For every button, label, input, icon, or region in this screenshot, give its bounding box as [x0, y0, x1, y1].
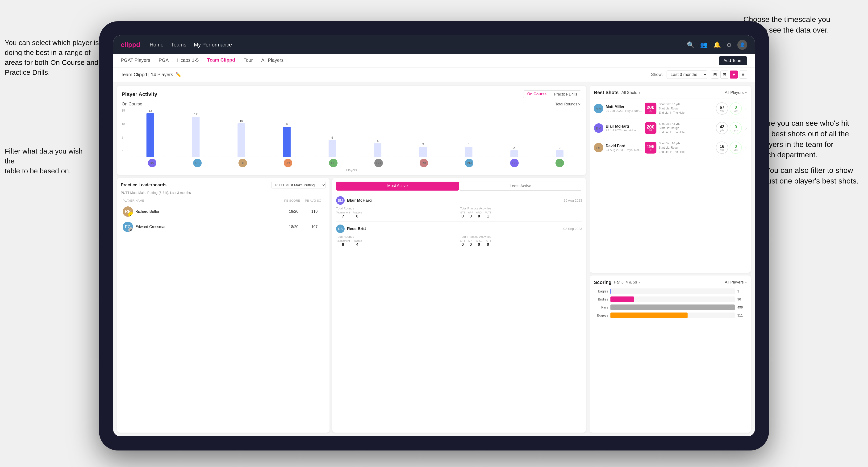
players-filter[interactable]: All Players ▾ — [725, 90, 747, 95]
top-nav: clippd Home Teams My Performance 🔍 👥 🔔 ⊕… — [113, 35, 755, 54]
header-pb-avg: PB AVG SQ — [305, 199, 324, 203]
scoring-header: Scoring Par 3, 4 & 5s ▾ All Players ▾ — [594, 280, 747, 285]
nav-links: Home Teams My Performance — [150, 42, 687, 48]
avatar-rbritt: RB — [176, 159, 219, 167]
practice-activities-section-2: Total Practice Activities GTT 0 APP — [460, 235, 582, 247]
sub-nav-pgat[interactable]: PGAT Players — [121, 58, 150, 64]
shot-row-1[interactable]: MM Matt Miller 09 Jun 2023 · Royal North… — [594, 99, 747, 118]
show-select[interactable]: Last 3 months Last month Last 6 months L… — [666, 70, 707, 79]
view-icons: ⊞ ⊟ ♥ ≡ — [711, 70, 747, 79]
app-1: APP 0 — [468, 211, 473, 219]
active-player-2-stats: Total Rounds Tournament 8 Practice — [336, 235, 582, 247]
least-active-tab[interactable]: Least Active — [459, 182, 582, 191]
annotation-mid-right: Here you can see who's hitthe best shots… — [759, 118, 849, 160]
scoring-eagles-count: 3 — [737, 289, 747, 293]
scoring-card: Scoring Par 3, 4 & 5s ▾ All Players ▾ — [590, 276, 751, 433]
active-avatar-2: RB — [336, 224, 345, 233]
scoring-birdies-label: Birdies — [594, 298, 608, 301]
sub-nav-tour[interactable]: Tour — [244, 58, 253, 64]
scoring-players-filter[interactable]: All Players ▾ — [725, 280, 747, 285]
most-active-tab[interactable]: Most Active — [336, 182, 459, 191]
bar-rbritt: 12 — [174, 109, 217, 157]
tournament-rounds-1: Tournament 7 — [336, 211, 350, 219]
metric-carry-1: 0 yds — [730, 102, 742, 115]
header-player-name: PLAYER NAME — [123, 199, 282, 203]
annotation-top-left: You can select which player isdoing the … — [5, 38, 99, 77]
shot-arrow-1: › — [745, 106, 747, 111]
shot-row-2[interactable]: BM Blair McHarg 23 Jul 2023 · Ashridge G… — [594, 118, 747, 138]
bar-rbutler: 3 — [402, 109, 445, 157]
scoring-par-filter[interactable]: Par 3, 4 & 5s ▾ — [614, 280, 640, 285]
shots-filter[interactable]: All Shots ▾ — [621, 90, 640, 95]
practice-rounds-2: Practice 4 — [352, 239, 362, 247]
section-header: On Course Total Rounds Scores Fairways — [122, 102, 581, 106]
y-label-5: 5 — [122, 136, 127, 139]
scoring-bars: Eagles 3 Birdies 96 — [594, 288, 747, 318]
x-axis-title: Players — [122, 168, 581, 172]
add-team-button[interactable]: Add Team — [719, 56, 747, 65]
shot-player-detail-1: 09 Jun 2023 · Royal North Devon GC · Hol… — [606, 109, 642, 113]
sub-nav-team-clippd[interactable]: Team Clippd — [207, 57, 235, 64]
scoring-eagles-bar — [611, 288, 735, 294]
on-course-tab[interactable]: On Course — [523, 91, 550, 98]
nav-link-home[interactable]: Home — [150, 42, 163, 48]
leaderboard-row-1: RB 1 Richard Butler 19/20 110 — [121, 204, 326, 219]
best-shots-card: Best Shots All Shots ▾ All Players ▾ MM — [590, 86, 751, 273]
chart-filter-select[interactable]: Total Rounds Scores Fairways — [554, 102, 581, 106]
edit-icon[interactable]: ✏️ — [176, 72, 181, 77]
main-content: Player Activity On Course Practice Drill… — [113, 82, 755, 436]
metric-dist-2: 43 yds — [716, 122, 728, 134]
active-tabs: Most Active Least Active — [336, 182, 582, 191]
view-grid-icon[interactable]: ⊞ — [711, 70, 719, 79]
arg-1: ARG 0 — [476, 211, 482, 219]
shot-row-3[interactable]: DF David Ford 24 Aug 2023 · Royal North … — [594, 138, 747, 157]
shot-badge-1: 200 SG — [645, 102, 656, 115]
scoring-pars-fill — [611, 305, 735, 310]
scoring-eagles-fill — [611, 288, 611, 294]
scoring-bogeys-fill — [611, 312, 687, 318]
people-icon[interactable]: 👥 — [700, 41, 708, 49]
gtt-1: GTT 0 — [460, 211, 465, 219]
shot-player-detail-3: 24 Aug 2023 · Royal North Devon GC · Hol… — [606, 148, 642, 152]
nav-link-performance[interactable]: My Performance — [194, 42, 232, 48]
sub-nav-all-players[interactable]: All Players — [261, 58, 283, 64]
scoring-pars-row: Pars 499 — [594, 305, 747, 310]
leaderboard-row-2: EC 2 Edward Crossman 18/20 107 — [121, 219, 326, 235]
view-list-icon[interactable]: ⊟ — [720, 70, 728, 79]
search-icon[interactable]: 🔍 — [687, 41, 694, 49]
scoring-birdies-fill — [611, 297, 634, 302]
bars-container: 13 12 10 — [129, 109, 581, 158]
active-player-2-date: 02 Sep 2023 — [563, 227, 582, 231]
rounds-values-1: Tournament 7 Practice 6 — [336, 211, 458, 219]
practice-activities-values-1: GTT 0 APP 0 ARG — [460, 211, 582, 219]
practice-filter-select[interactable]: PUTT Must Make Putting ... — [271, 182, 326, 188]
shot-player-info-3: David Ford 24 Aug 2023 · Royal North Dev… — [606, 144, 642, 152]
player-info-1: RB 1 Richard Butler — [123, 206, 282, 217]
annotation-bottom-right: You can also filter to showjust one play… — [766, 165, 859, 186]
team-header: Team Clippd | 14 Players ✏️ Show: Last 3… — [113, 67, 755, 82]
chart-avatars-row: BM RB DF JC EE GB RB MM EC LR — [122, 158, 581, 167]
team-header-right: Show: Last 3 months Last month Last 6 mo… — [651, 70, 747, 79]
practice-drills-tab[interactable]: Practice Drills — [550, 91, 581, 98]
sub-nav-pga[interactable]: PGA — [159, 58, 168, 64]
nav-link-teams[interactable]: Teams — [171, 42, 186, 48]
bar-ecrossman: 2 — [493, 109, 536, 157]
view-heart-icon[interactable]: ♥ — [730, 70, 738, 79]
putt-1: PUTT 1 — [485, 211, 491, 219]
bar-eebert: 5 — [311, 109, 354, 157]
view-menu-icon[interactable]: ≡ — [739, 70, 747, 79]
avatar-jcoles: JC — [267, 159, 309, 167]
avatar-gbill: GB — [357, 159, 400, 167]
player-name-1: Richard Butler — [135, 210, 159, 214]
practice-header: Practice Leaderboards PUTT Must Make Put… — [121, 182, 326, 188]
player-avatar-1: RB 1 — [123, 206, 133, 217]
user-avatar[interactable]: 👤 — [737, 40, 747, 50]
bell-icon[interactable]: 🔔 — [713, 41, 721, 49]
active-player-2-name: Rees Britt — [347, 226, 561, 231]
practice-leaderboards-card: Practice Leaderboards PUTT Must Make Put… — [117, 178, 330, 433]
scoring-par-chevron: ▾ — [639, 280, 640, 284]
shot-details-1: Shot Dist: 67 yds Start Lie: Rough End L… — [659, 102, 714, 115]
plus-circle-icon[interactable]: ⊕ — [726, 41, 732, 49]
scoring-bogeys-label: Bogeys — [594, 313, 608, 317]
sub-nav-hcaps[interactable]: Hcaps 1-5 — [177, 58, 198, 64]
